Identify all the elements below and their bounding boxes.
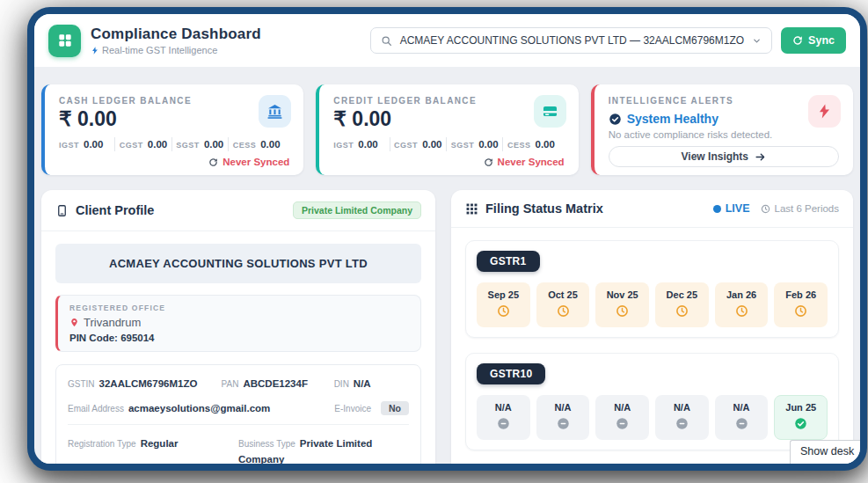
app-logo-icon: [48, 25, 81, 57]
breakdown-label: IGST: [59, 141, 79, 150]
registered-office-label: REGISTERED OFFICE: [69, 304, 409, 312]
compliance-dashboard-app: Compliance Dashboard Real-time GST Intel…: [34, 14, 860, 464]
field-value: ABCDE1234F: [243, 378, 308, 389]
top-actions: ACMAEY ACCOUNTING SOLUTIONS PVT LTD — 32…: [370, 27, 846, 54]
client-profile-header: Client Profile Private Limited Company: [41, 190, 435, 231]
filing-cell[interactable]: Jan 26: [715, 282, 769, 327]
period-label: Feb 26: [777, 289, 824, 300]
period-label: Oct 25: [540, 289, 587, 300]
tooltip-text: Show desk: [800, 445, 854, 457]
panel-title-text: Client Profile: [76, 203, 154, 217]
credit-ledger-card: CREDIT LEDGER BALANCE ₹ 0.00 IGST0.00 CG…: [316, 84, 578, 175]
periods-indicator: Last 6 Periods: [761, 203, 839, 214]
details-row: Email Addressacmaeysolutions@gmail.com E…: [68, 399, 409, 415]
tax-breakdown: IGST0.00 CGST0.00 SGST0.00 CESS0.00: [59, 137, 289, 151]
filing-status-body: GSTR1 Sep 25 Oct 25 Nov 25 Dec 25 Jan 26…: [451, 228, 853, 464]
breakdown-item: CGST0.00: [390, 139, 446, 150]
sync-button[interactable]: Sync: [781, 27, 846, 54]
filing-cell[interactable]: N/A: [715, 395, 769, 440]
field-label: GSTIN: [68, 379, 95, 389]
clock-icon: [675, 304, 689, 318]
details-row: GSTIN32AALCM6796M1ZO PANABCDE1234F DINN/…: [68, 375, 409, 391]
page-subtitle-text: Real-time GST Intelligence: [102, 45, 217, 55]
breakdown-label: CGST: [120, 141, 143, 150]
live-indicator: LIVE: [713, 202, 750, 215]
page-title: Compliance Dashboard: [91, 26, 261, 43]
filing-cell[interactable]: Oct 25: [536, 282, 590, 327]
view-insights-label: View Insights: [682, 150, 748, 163]
client-selector-value: ACMAEY ACCOUNTING SOLUTIONS PVT LTD — 32…: [400, 34, 744, 47]
periods-label: Last 6 Periods: [774, 203, 839, 214]
check-circle-icon: [609, 113, 622, 126]
filing-cell[interactable]: N/A: [536, 395, 590, 440]
company-type-badge: Private Limited Company: [293, 201, 421, 219]
breakdown-value: 0.00: [148, 139, 167, 150]
company-name-banner: ACMAEY ACCOUNTING SOLUTIONS PVT LTD: [55, 244, 421, 283]
period-label: N/A: [599, 402, 646, 413]
sync-status: Never Synced: [484, 157, 565, 167]
breakdown-value: 0.00: [478, 139, 498, 150]
din-field: DINN/A: [334, 375, 409, 391]
intelligence-alerts-card: INTELLIGENCE ALERTS System Healthy No ac…: [591, 84, 853, 175]
grid-icon: [465, 202, 478, 216]
card-title: CASH LEDGER BALANCE: [59, 96, 289, 106]
registered-office-box: REGISTERED OFFICE Trivandrum PIN Code: 6…: [55, 295, 421, 352]
live-indicator-group: LIVE Last 6 Periods: [713, 202, 839, 215]
view-insights-button[interactable]: View Insights: [609, 146, 839, 167]
filing-cell[interactable]: Sep 25: [477, 282, 530, 327]
field-label: Email Address: [68, 404, 124, 413]
field-value: Regular: [141, 438, 179, 449]
pan-field: PANABCDE1234F: [222, 375, 334, 391]
filing-cell[interactable]: Nov 25: [595, 282, 649, 327]
breakdown-item: CESS0.00: [503, 139, 558, 150]
tablet-icon: [55, 204, 69, 217]
breakdown-value: 0.00: [536, 139, 555, 150]
period-label: N/A: [718, 402, 765, 413]
minus-circle-icon: [557, 417, 570, 430]
refresh-icon: [792, 35, 803, 46]
breakdown-label: CGST: [394, 141, 418, 150]
clock-icon: [761, 204, 770, 214]
breakdown-value: 0.00: [204, 139, 223, 150]
period-label: Sep 25: [480, 289, 527, 300]
clock-icon: [794, 304, 807, 318]
period-label: N/A: [480, 402, 527, 413]
field-label: Business Type: [238, 439, 295, 449]
sync-status-text: Never Synced: [498, 157, 565, 167]
arrow-right-icon: [755, 151, 766, 163]
minus-circle-icon: [675, 417, 689, 430]
clock-icon: [497, 304, 510, 318]
filing-status-header: Filing Status Matrix LIVE Last 6 Periods: [451, 190, 853, 228]
live-label: LIVE: [726, 202, 750, 215]
client-selector-dropdown[interactable]: ACMAEY ACCOUNTING SOLUTIONS PVT LTD — 32…: [370, 27, 772, 54]
minus-circle-icon: [497, 417, 510, 430]
filing-cell[interactable]: Jun 25: [774, 395, 828, 440]
field-label: DIN: [334, 379, 349, 389]
einvoice-badge: No: [381, 401, 409, 415]
breakdown-label: SGST: [176, 141, 200, 150]
breakdown-label: IGST: [333, 141, 354, 150]
minus-circle-icon: [616, 417, 629, 430]
filing-group-gstr10: GSTR10 N/A N/A N/A N/A N/A Jun 25: [465, 353, 839, 450]
gstr1-badge: GSTR1: [477, 251, 540, 272]
period-label: Dec 25: [659, 289, 705, 300]
filing-cell[interactable]: N/A: [595, 395, 649, 440]
filing-cell[interactable]: Dec 25: [655, 282, 709, 327]
location-pin-icon: [69, 317, 79, 328]
filing-cell[interactable]: Feb 26: [774, 282, 828, 327]
einvoice-field: E-InvoiceNo: [334, 399, 409, 415]
gstr10-badge: GSTR10: [477, 363, 545, 384]
city-text: Trivandrum: [84, 316, 141, 329]
breakdown-item: CESS0.00: [229, 139, 284, 150]
breakdown-item: SGST0.00: [172, 139, 228, 150]
filing-cell[interactable]: N/A: [655, 395, 709, 440]
sync-button-label: Sync: [808, 34, 835, 47]
field-label: PAN: [222, 379, 239, 389]
business-type-field: Business TypePrivate Limited Company: [238, 435, 409, 464]
cash-ledger-card: CASH LEDGER BALANCE ₹ 0.00 IGST0.00 CGST…: [41, 84, 303, 175]
filing-cells: N/A N/A N/A N/A N/A Jun 25: [477, 395, 828, 440]
breakdown-item: IGST0.00: [59, 139, 114, 150]
filing-cells: Sep 25 Oct 25 Nov 25 Dec 25 Jan 26 Feb 2…: [477, 282, 828, 327]
filing-cell[interactable]: N/A: [477, 395, 530, 440]
system-health-status: System Healthy: [609, 112, 839, 126]
